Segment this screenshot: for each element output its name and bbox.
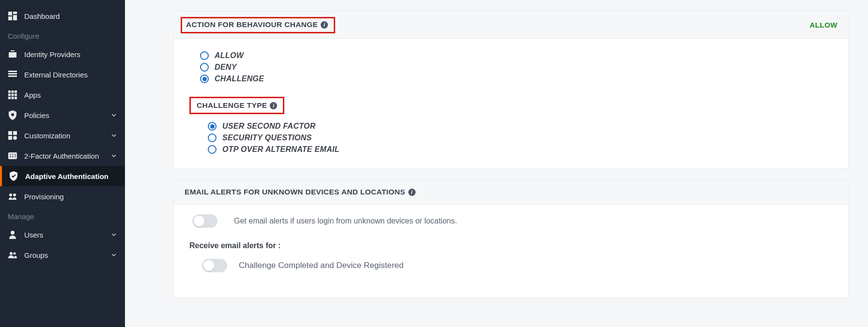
sidebar-item-label: Identity Providers [24,50,80,59]
sidebar-item-label: Adaptive Authentication [25,172,108,180]
svg-rect-7 [8,71,17,72]
panel-body: ALLOW DENY CHALLENGE CHALLENGE TYPE i [174,39,848,168]
challenge-type-label-highlight: CHALLENGE TYPE i [189,97,284,114]
chevron-down-icon [110,152,117,159]
sidebar-item-customization[interactable]: Customization [0,125,125,146]
sidebar-item-provisioning[interactable]: Provisioning [0,186,125,207]
svg-rect-22 [8,136,12,140]
radio-label: SECURITY QUESTIONS [222,134,312,142]
toggle-label: Challenge Completed and Device Registere… [239,261,403,270]
panel-title: ACTION FOR BEHAVIOUR CHANGE [186,20,318,29]
sidebar-item-apps[interactable]: Apps [0,85,125,105]
info-icon[interactable]: i [270,102,277,109]
svg-rect-4 [9,52,16,58]
toggle-email-alerts[interactable] [192,214,217,228]
grid-icon [8,90,17,100]
svg-rect-2 [13,15,17,20]
panel-title: EMAIL ALERTS FOR UNKNOWN DEVICES AND LOC… [185,188,405,196]
radio-deny[interactable]: DENY [200,63,833,72]
svg-rect-15 [15,94,17,96]
panel-header: ACTION FOR BEHAVIOUR CHANGE i ALLOW [174,11,848,39]
radio-security-questions[interactable]: SECURITY QUESTIONS [208,134,833,142]
radio-user-second-factor[interactable]: USER SECOND FACTOR [208,122,833,131]
keypad-icon: 123 [8,151,17,161]
radio-label: ALLOW [215,51,244,60]
toggle-row-email-alerts: Get email alerts if users login from unk… [189,214,833,228]
chevron-down-icon [110,112,117,119]
toggle-challenge-completed[interactable] [202,259,227,272]
sidebar-item-label: Provisioning [24,193,64,201]
panel-status: ALLOW [810,21,837,29]
sidebar-item-groups[interactable]: Groups [0,245,125,265]
panel-title-highlight: ACTION FOR BEHAVIOUR CHANGE i [181,17,335,33]
chevron-down-icon [110,231,117,238]
sidebar-item-label: Groups [24,251,48,259]
svg-rect-3 [8,16,12,20]
radio-circle-icon [208,145,217,154]
sidebar-item-label: Dashboard [24,12,60,20]
list-icon [8,70,17,79]
svg-rect-12 [15,90,17,93]
radio-circle-icon [208,122,217,131]
radio-allow[interactable]: ALLOW [200,51,833,60]
chevron-down-icon [110,252,117,258]
svg-rect-10 [8,90,11,93]
radio-circle-icon [200,63,209,72]
svg-rect-13 [8,94,11,96]
radio-label: OTP OVER ALTERNATE EMAIL [222,145,340,154]
info-icon[interactable]: i [408,189,416,196]
svg-point-29 [10,252,13,255]
panel-title-wrap: EMAIL ALERTS FOR UNKNOWN DEVICES AND LOC… [185,188,416,196]
svg-rect-18 [15,97,17,99]
shield-search-icon [8,110,17,120]
sidebar-item-label: Apps [24,91,41,99]
sidebar: Dashboard Configure Identity Providers E… [0,0,125,327]
svg-point-30 [14,253,16,255]
radio-circle-icon [200,74,209,83]
svg-rect-14 [12,94,14,96]
svg-point-27 [13,193,16,196]
sidebar-item-external-directories[interactable]: External Directories [0,64,125,85]
svg-rect-20 [8,131,12,135]
sidebar-item-dashboard[interactable]: Dashboard [0,6,125,26]
dashboard-icon [8,11,17,21]
shield-check-icon [9,171,18,181]
radio-group-challenge-type: USER SECOND FACTOR SECURITY QUESTIONS OT… [189,122,833,154]
sidebar-item-adaptive-auth[interactable]: Adaptive Authentication [0,166,125,186]
receive-alerts-heading: Receive email alerts for : [189,241,833,250]
sidebar-section-configure: Configure [0,26,125,44]
svg-rect-16 [8,97,11,99]
sidebar-item-label: Users [24,231,43,239]
radio-challenge[interactable]: CHALLENGE [200,74,833,83]
radio-group-action: ALLOW DENY CHALLENGE [189,51,833,83]
svg-rect-8 [8,73,17,74]
svg-rect-9 [8,75,17,77]
svg-rect-1 [13,12,17,14]
sidebar-item-policies[interactable]: Policies [0,105,125,125]
puzzle-icon [8,131,17,140]
sidebar-item-2fa[interactable]: 123 2-Factor Authentication [0,146,125,166]
briefcase-icon [8,49,17,59]
sidebar-item-label: 2-Factor Authentication [24,152,99,160]
radio-circle-icon [208,134,217,142]
sidebar-item-identity-providers[interactable]: Identity Providers [0,44,125,64]
radio-label: DENY [215,63,237,72]
svg-point-26 [9,193,12,196]
svg-point-28 [11,231,15,235]
sidebar-section-manage: Manage [0,207,125,224]
radio-otp-alternate-email[interactable]: OTP OVER ALTERNATE EMAIL [208,145,833,154]
radio-circle-icon [200,51,209,60]
users-sync-icon [8,192,17,201]
chevron-down-icon [110,132,117,139]
challenge-type-label: CHALLENGE TYPE [197,101,267,110]
toggle-label: Get email alerts if users login from unk… [234,217,457,225]
info-icon[interactable]: i [321,21,328,29]
sidebar-item-label: Policies [24,111,49,119]
svg-rect-11 [12,90,14,93]
svg-rect-6 [11,50,15,51]
sidebar-item-label: External Directories [24,71,88,79]
panel-body: Get email alerts if users login from unk… [174,205,848,297]
sidebar-item-users[interactable]: Users [0,224,125,245]
group-icon [8,250,17,260]
svg-rect-17 [12,97,14,99]
